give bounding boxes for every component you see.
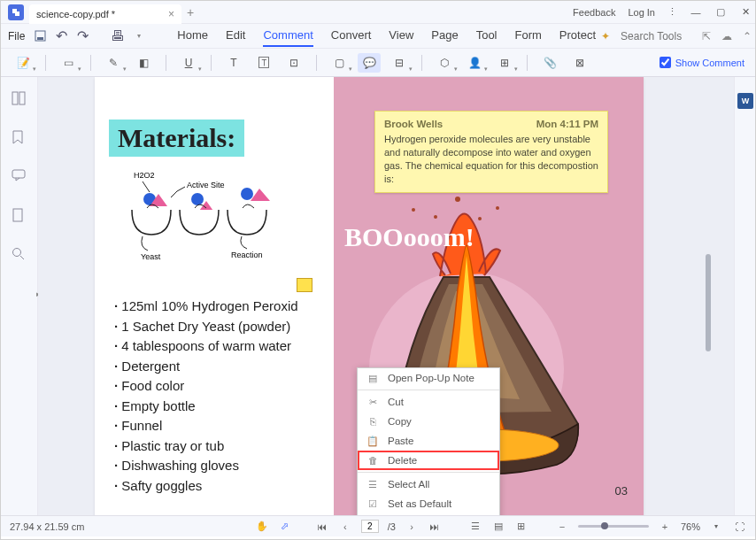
text-tool-icon[interactable]: T	[222, 53, 245, 73]
highlight-tool-icon[interactable]: ▭	[57, 53, 80, 73]
stamp-tool-icon[interactable]: ⊟	[388, 53, 411, 73]
attachment-tool-icon[interactable]: 📎	[538, 53, 561, 73]
list-item: Plastic tray or tub	[114, 436, 298, 457]
ctx-select-all[interactable]: ☰Select All	[358, 474, 499, 494]
thumbnails-icon[interactable]	[12, 91, 27, 107]
ctx-cut[interactable]: ✂Cut	[358, 392, 499, 412]
share-icon[interactable]: ⇱	[702, 30, 711, 42]
zoom-out-icon[interactable]: −	[555, 520, 569, 534]
callout-tool-icon[interactable]: ⊡	[282, 53, 305, 73]
minimize-icon[interactable]: —	[690, 6, 702, 19]
more-icon[interactable]: ⋮	[667, 6, 677, 18]
tab-edit[interactable]: Edit	[226, 25, 245, 47]
ctx-open-popup[interactable]: ▤Open Pop-Up Note	[358, 368, 499, 388]
word-export-icon[interactable]: W	[737, 93, 753, 109]
textbox-tool-icon[interactable]: 🅃	[252, 53, 275, 73]
zoom-in-icon[interactable]: +	[658, 520, 672, 534]
sticky-body: Hydrogen peroxide molecules are very uns…	[384, 133, 598, 185]
underline-tool-icon[interactable]: U	[177, 53, 200, 73]
print-icon[interactable]: 🖶	[112, 30, 124, 42]
last-page-icon[interactable]: ⏭	[428, 520, 442, 534]
fullscreen-icon[interactable]: ⛶	[732, 520, 746, 534]
tab-view[interactable]: View	[389, 25, 413, 47]
comment-toolbar: 📝 ▭ ✎ ◧ U T 🅃 ⊡ ▢ 💬 ⊟ ⬡ 👤 ⊞ 📎 ⊠ Show Com…	[1, 49, 755, 77]
sticky-note-tool-icon[interactable]: 💬	[358, 53, 381, 73]
boom-text: BOOooom!	[344, 222, 474, 252]
login-link[interactable]: Log In	[628, 7, 655, 18]
shape-tool-icon[interactable]: ▢	[328, 53, 351, 73]
tab-convert[interactable]: Convert	[331, 25, 372, 47]
bookmarks-icon[interactable]	[12, 130, 27, 146]
materials-heading: Materials:	[109, 120, 244, 157]
eraser-tool-icon[interactable]: ◧	[132, 53, 155, 73]
document-canvas[interactable]: Materials: H2O2 Active Site Yeast Reacti…	[38, 77, 734, 515]
note-tool-icon[interactable]: 📝	[12, 53, 35, 73]
collapse-ribbon-icon[interactable]: ⌃	[743, 30, 752, 42]
page-input[interactable]	[361, 520, 379, 533]
redo-icon[interactable]: ↷	[76, 30, 89, 42]
save-icon[interactable]	[34, 30, 46, 42]
document-tab[interactable]: science-copy.pdf * ×	[29, 4, 181, 24]
tab-form[interactable]: Form	[515, 25, 542, 47]
hide-tool-icon[interactable]: ⊠	[568, 53, 591, 73]
search-input[interactable]	[621, 30, 691, 42]
ctx-copy[interactable]: ⎘Copy	[358, 412, 499, 431]
search-panel-icon[interactable]	[12, 247, 27, 263]
delete-icon: 🗑	[366, 454, 379, 467]
tab-home[interactable]: Home	[177, 25, 208, 47]
magic-icon[interactable]: ✦	[601, 30, 610, 42]
ctx-set-default[interactable]: ☑Set as Default	[358, 494, 499, 513]
close-tab-icon[interactable]: ×	[168, 8, 174, 20]
measure-tool-icon[interactable]: ⊞	[493, 53, 516, 73]
svg-point-14	[496, 206, 499, 210]
zoom-slider[interactable]	[578, 525, 649, 528]
view-mode-3-icon[interactable]: ⊞	[514, 520, 528, 534]
list-item: 4 tablespoons of warm water	[114, 336, 298, 357]
stamp2-tool-icon[interactable]: ⬡	[433, 53, 456, 73]
maximize-icon[interactable]: ▢	[714, 6, 727, 19]
file-menu[interactable]: File	[8, 30, 25, 42]
show-comment-checkbox[interactable]	[660, 57, 671, 68]
list-item: Funnel	[114, 416, 298, 436]
tab-tool[interactable]: Tool	[476, 25, 498, 47]
svg-point-13	[455, 197, 460, 202]
materials-list: 125ml 10% Hydrogen Peroxid 1 Sachet Dry …	[114, 297, 298, 496]
svg-rect-4	[12, 170, 25, 178]
signature-tool-icon[interactable]: 👤	[463, 53, 486, 73]
context-menu: ▤Open Pop-Up Note ✂Cut ⎘Copy 📋Paste 🗑Del…	[357, 367, 500, 515]
pencil-tool-icon[interactable]: ✎	[102, 53, 125, 73]
close-window-icon[interactable]: ✕	[739, 6, 752, 19]
show-comment-toggle[interactable]: Show Comment	[660, 57, 744, 68]
next-page-icon[interactable]: ›	[405, 520, 419, 534]
zoom-dropdown-icon[interactable]: ▾	[709, 520, 723, 534]
copy-icon: ⎘	[366, 415, 379, 428]
ctx-properties[interactable]: ⚙Properties	[358, 513, 499, 515]
first-page-icon[interactable]: ⏮	[315, 520, 329, 534]
hand-tool-icon[interactable]: ✋	[255, 520, 269, 534]
vertical-scrollbar[interactable]	[706, 254, 711, 351]
comments-panel-icon[interactable]	[12, 169, 27, 185]
view-mode-2-icon[interactable]: ▤	[491, 520, 505, 534]
sticky-author: Brook Wells	[384, 119, 443, 129]
tab-comment[interactable]: Comment	[263, 25, 312, 47]
view-mode-1-icon[interactable]: ☰	[468, 520, 482, 534]
tab-page[interactable]: Page	[431, 25, 458, 47]
undo-icon[interactable]: ↶	[55, 30, 67, 42]
tab-protect[interactable]: Protect	[559, 25, 596, 47]
sticky-note-marker[interactable]	[297, 278, 312, 292]
svg-rect-2	[12, 92, 18, 104]
prev-page-icon[interactable]: ‹	[338, 520, 352, 534]
label-h2o2: H2O2	[134, 171, 155, 180]
select-tool-icon[interactable]: ⬀	[278, 520, 292, 534]
show-comment-label: Show Comment	[675, 58, 744, 68]
svg-rect-1	[37, 37, 43, 40]
ctx-delete[interactable]: 🗑Delete	[358, 451, 499, 470]
cloud-icon[interactable]: ☁	[721, 30, 732, 42]
print-dropdown-icon[interactable]: ▾	[133, 30, 145, 42]
ctx-paste[interactable]: 📋Paste	[358, 431, 499, 451]
page-total: /3	[388, 521, 396, 532]
sticky-note-popup[interactable]: Brook Wells Mon 4:11 PM Hydrogen peroxid…	[374, 111, 608, 193]
attachments-panel-icon[interactable]	[12, 208, 27, 224]
feedback-link[interactable]: Feedback	[573, 7, 615, 18]
add-tab-button[interactable]: +	[187, 5, 194, 19]
